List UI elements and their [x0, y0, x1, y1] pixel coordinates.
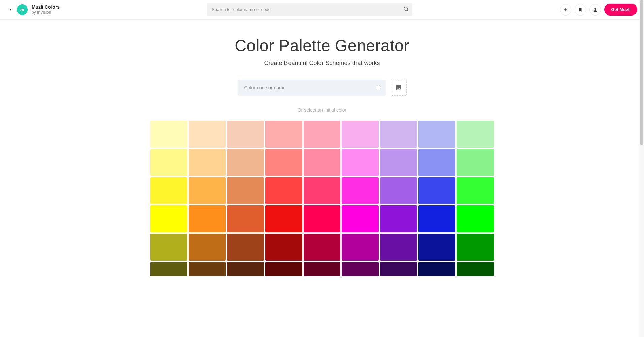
color-swatch[interactable]	[265, 149, 302, 176]
color-swatch[interactable]	[304, 234, 341, 261]
helper-text: Or select an initial color	[150, 107, 494, 113]
add-button[interactable]	[560, 4, 571, 16]
color-swatch[interactable]	[265, 121, 302, 148]
color-swatch[interactable]	[189, 121, 226, 148]
search-input[interactable]	[207, 3, 412, 16]
page-subtitle: Create Beautiful Color Schemes that work…	[150, 60, 494, 67]
color-swatch[interactable]	[380, 121, 417, 148]
scrollbar-track[interactable]	[639, 0, 644, 289]
color-preview-dot-icon[interactable]	[376, 85, 381, 90]
color-swatch[interactable]	[150, 262, 188, 276]
color-swatch[interactable]	[150, 121, 188, 148]
header: ▼ m Muzli Colors by InVision	[0, 0, 644, 20]
color-swatch[interactable]	[304, 177, 341, 204]
input-row	[150, 80, 494, 96]
color-swatch[interactable]	[150, 177, 188, 204]
color-swatch[interactable]	[342, 149, 379, 176]
color-swatch[interactable]	[304, 121, 341, 148]
color-swatch[interactable]	[418, 121, 455, 148]
brand-subtitle: by InVision	[32, 10, 60, 15]
color-swatch[interactable]	[418, 262, 455, 276]
color-swatch[interactable]	[304, 205, 341, 232]
color-swatch[interactable]	[342, 262, 379, 276]
logo-letter: m	[20, 7, 24, 13]
svg-point-4	[595, 8, 596, 9]
color-swatch[interactable]	[418, 234, 455, 261]
dropdown-caret-icon[interactable]: ▼	[7, 8, 14, 11]
profile-button[interactable]	[589, 4, 601, 16]
scrollbar-thumb[interactable]	[640, 0, 643, 145]
color-swatch[interactable]	[457, 121, 494, 148]
color-swatch[interactable]	[380, 149, 417, 176]
color-grid	[150, 121, 494, 276]
color-swatch[interactable]	[189, 205, 226, 232]
color-swatch[interactable]	[227, 121, 264, 148]
color-swatch[interactable]	[304, 149, 341, 176]
color-swatch[interactable]	[227, 234, 264, 261]
color-swatch[interactable]	[457, 177, 494, 204]
brand-text: Muzli Colors by InVision	[32, 4, 60, 15]
color-swatch[interactable]	[342, 121, 379, 148]
color-swatch[interactable]	[227, 262, 264, 276]
color-swatch[interactable]	[189, 262, 226, 276]
search-icon[interactable]	[403, 6, 409, 13]
color-swatch[interactable]	[304, 262, 341, 276]
color-swatch[interactable]	[418, 177, 455, 204]
search-wrap	[207, 3, 412, 16]
color-swatch[interactable]	[418, 205, 455, 232]
color-input[interactable]	[238, 80, 386, 96]
page-title: Color Palette Generator	[150, 36, 494, 55]
color-swatch[interactable]	[227, 177, 264, 204]
brand-title: Muzli Colors	[32, 4, 60, 10]
color-swatch[interactable]	[189, 149, 226, 176]
color-swatch[interactable]	[150, 205, 188, 232]
get-muzli-button[interactable]: Get Muzli	[604, 4, 637, 16]
color-input-wrap	[238, 80, 386, 96]
image-icon	[395, 84, 402, 91]
color-swatch[interactable]	[457, 205, 494, 232]
svg-point-0	[404, 7, 408, 11]
main: Color Palette Generator Create Beautiful…	[144, 20, 501, 289]
header-right: Get Muzli	[560, 4, 637, 16]
color-swatch[interactable]	[457, 149, 494, 176]
color-swatch[interactable]	[265, 262, 302, 276]
color-swatch[interactable]	[380, 205, 417, 232]
color-swatch[interactable]	[380, 177, 417, 204]
svg-line-1	[407, 10, 408, 11]
color-swatch[interactable]	[380, 262, 417, 276]
color-swatch[interactable]	[150, 149, 188, 176]
color-swatch[interactable]	[342, 234, 379, 261]
color-swatch[interactable]	[265, 177, 302, 204]
image-upload-button[interactable]	[391, 80, 407, 96]
color-swatch[interactable]	[227, 149, 264, 176]
color-swatch[interactable]	[189, 177, 226, 204]
color-swatch[interactable]	[380, 234, 417, 261]
color-swatch[interactable]	[150, 234, 188, 261]
color-swatch[interactable]	[457, 234, 494, 261]
header-left: ▼ m Muzli Colors by InVision	[7, 4, 60, 15]
bookmark-button[interactable]	[575, 4, 586, 16]
color-swatch[interactable]	[342, 205, 379, 232]
color-swatch[interactable]	[265, 205, 302, 232]
logo[interactable]: m	[17, 4, 28, 15]
color-swatch[interactable]	[457, 262, 494, 276]
color-swatch[interactable]	[418, 149, 455, 176]
color-swatch[interactable]	[265, 234, 302, 261]
color-swatch[interactable]	[342, 177, 379, 204]
color-swatch[interactable]	[189, 234, 226, 261]
color-swatch[interactable]	[227, 205, 264, 232]
